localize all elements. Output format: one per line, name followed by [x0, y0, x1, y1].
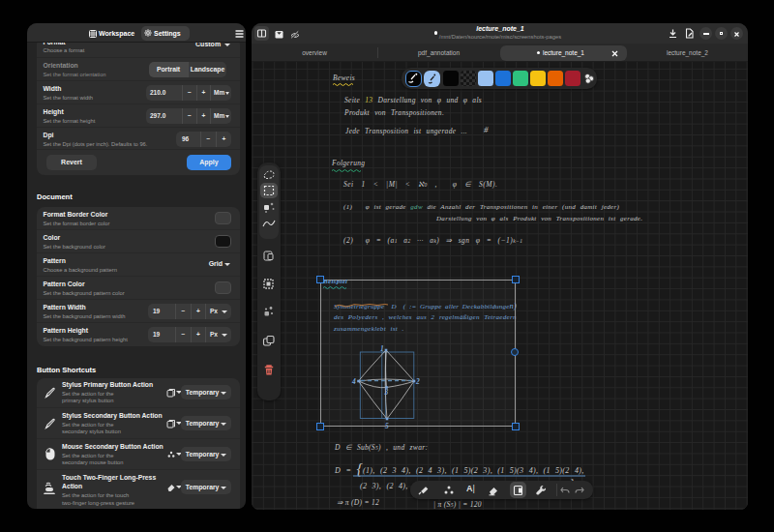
svg-text:3: 3	[384, 388, 389, 397]
svg-text:1: 1	[380, 344, 384, 353]
svg-text:4: 4	[351, 377, 356, 386]
svg-text:2: 2	[415, 377, 420, 386]
svg-text:5: 5	[385, 422, 389, 430]
